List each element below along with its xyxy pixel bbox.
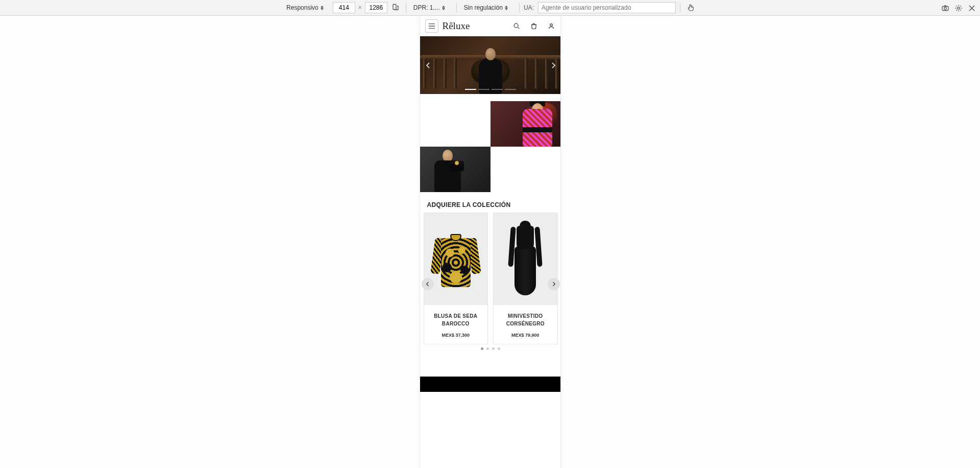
product-name: MINIVESTIDO CORSÉNEGRO bbox=[497, 312, 554, 327]
updown-caret-icon bbox=[321, 6, 324, 10]
screenshot-icon[interactable] bbox=[939, 2, 951, 14]
device-mode-label: Responsivo bbox=[286, 4, 318, 11]
product-dot[interactable] bbox=[481, 347, 483, 350]
product-card[interactable]: MINIVESTIDO CORSÉNEGRO MEX$ 79,900 bbox=[493, 213, 558, 344]
hero-dot[interactable] bbox=[478, 89, 489, 90]
promo-tile-blank bbox=[491, 147, 561, 192]
toolbar-separator bbox=[456, 3, 457, 13]
svg-point-3 bbox=[958, 7, 960, 9]
promo-tile-blank bbox=[420, 101, 491, 147]
device-mode-select[interactable]: Responsivo bbox=[283, 2, 331, 13]
ua-label: UA: bbox=[524, 4, 536, 11]
product-dot[interactable] bbox=[486, 347, 489, 350]
hero-next-button[interactable] bbox=[547, 59, 559, 72]
products-next-button[interactable] bbox=[548, 278, 560, 290]
footer-bar bbox=[420, 377, 561, 392]
devtools-right-controls bbox=[939, 0, 978, 16]
dpr-select[interactable]: DPR: 1.... bbox=[410, 2, 452, 13]
updown-caret-icon bbox=[505, 6, 508, 10]
account-icon[interactable] bbox=[546, 21, 556, 31]
toolbar-separator bbox=[519, 3, 520, 13]
rotate-icon[interactable] bbox=[389, 2, 402, 14]
hero-image bbox=[420, 36, 561, 94]
section-title: ADQUIERE LA COLECCIÓN bbox=[420, 195, 561, 213]
settings-gear-icon[interactable] bbox=[952, 2, 965, 14]
product-name: BLUSA DE SEDA BAROCCO bbox=[427, 312, 485, 327]
viewport-width-input[interactable] bbox=[333, 2, 355, 13]
updown-caret-icon bbox=[442, 6, 445, 10]
svg-point-5 bbox=[550, 24, 552, 26]
promo-tile[interactable] bbox=[420, 147, 491, 192]
brand-logo[interactable]: Rêluxe bbox=[443, 20, 470, 32]
hero-dot[interactable] bbox=[465, 89, 476, 90]
viewport-height-input[interactable] bbox=[365, 2, 387, 13]
hero-indicators bbox=[465, 89, 516, 90]
dimension-separator: × bbox=[357, 4, 363, 11]
page-scroll[interactable]: Rêluxe bbox=[420, 16, 561, 468]
bag-icon[interactable] bbox=[529, 21, 539, 31]
hero-dot[interactable] bbox=[492, 89, 503, 90]
hero-prev-button[interactable] bbox=[422, 59, 434, 72]
spacer bbox=[420, 351, 561, 377]
touch-icon[interactable] bbox=[684, 2, 697, 14]
throttle-label: Sin regulación bbox=[464, 4, 503, 11]
promo-grid bbox=[420, 94, 561, 195]
products-prev-button[interactable] bbox=[422, 278, 434, 290]
promo-tile[interactable] bbox=[491, 101, 561, 147]
devtools-center: Responsivo × DPR: 1.... Sin regulación bbox=[283, 2, 697, 14]
hero-carousel bbox=[420, 36, 561, 94]
product-dot[interactable] bbox=[492, 347, 495, 350]
device-frame: Rêluxe bbox=[420, 16, 561, 468]
product-card[interactable]: BLUSA DE SEDA BAROCCO MEX$ 37,300 bbox=[424, 213, 488, 344]
product-dot[interactable] bbox=[498, 347, 500, 350]
devtools-toolbar: Responsivo × DPR: 1.... Sin regulación bbox=[0, 0, 980, 16]
products-carousel: BLUSA DE SEDA BAROCCO MEX$ 37,300 bbox=[420, 213, 561, 351]
ua-input[interactable] bbox=[538, 2, 676, 13]
throttle-select[interactable]: Sin regulación bbox=[461, 2, 515, 13]
svg-point-2 bbox=[944, 7, 947, 10]
toolbar-separator bbox=[406, 3, 406, 13]
search-icon[interactable] bbox=[511, 21, 522, 31]
menu-button[interactable] bbox=[425, 19, 438, 33]
close-icon[interactable] bbox=[966, 2, 978, 14]
site-header: Rêluxe bbox=[420, 16, 561, 36]
hero-dot[interactable] bbox=[505, 89, 516, 90]
device-stage: Rêluxe bbox=[0, 16, 980, 468]
product-image bbox=[424, 213, 488, 305]
product-indicators bbox=[420, 344, 561, 351]
product-image bbox=[494, 213, 557, 305]
svg-point-4 bbox=[514, 24, 518, 28]
toolbar-separator bbox=[680, 3, 680, 13]
product-price: MEX$ 37,300 bbox=[427, 333, 485, 338]
dpr-label: DPR: 1.... bbox=[413, 4, 440, 11]
svg-rect-0 bbox=[393, 5, 396, 10]
product-price: MEX$ 79,900 bbox=[497, 333, 554, 338]
